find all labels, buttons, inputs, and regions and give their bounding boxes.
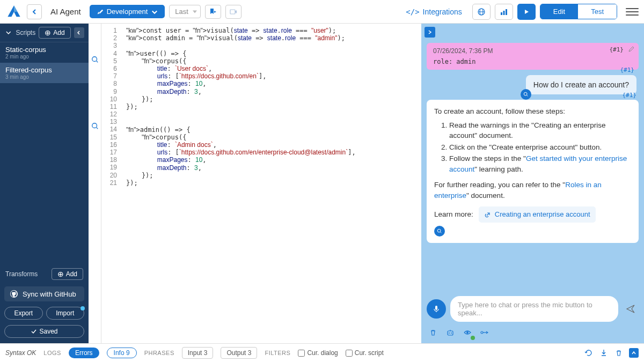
search-icon[interactable]: [91, 56, 99, 63]
expand-chat-button[interactable]: [425, 27, 435, 38]
svg-point-8: [92, 57, 97, 62]
svg-rect-6: [506, 9, 507, 15]
filters-label: FILTERS: [265, 350, 290, 356]
trash-icon[interactable]: [427, 326, 440, 339]
send-button[interactable]: [623, 301, 639, 317]
svg-line-11: [96, 128, 98, 129]
output-phrases[interactable]: Output 3: [221, 347, 257, 359]
link-icon: [484, 211, 492, 218]
svg-line-13: [526, 95, 528, 97]
collapse-sidebar-button[interactable]: [74, 27, 84, 38]
search-icon[interactable]: [434, 226, 445, 237]
cur-script-checkbox[interactable]: Cur. script: [346, 349, 384, 357]
chart-icon[interactable]: [495, 4, 513, 20]
play-button[interactable]: [517, 4, 536, 20]
add-script-button[interactable]: ⊕Add: [39, 27, 70, 39]
export-button[interactable]: Export: [4, 307, 43, 320]
status-card: 07/26/2024, 7:36 PM {#1} role: admin: [427, 43, 639, 70]
svg-point-10: [92, 123, 97, 128]
search-icon[interactable]: [91, 122, 99, 130]
chat-input[interactable]: Type here to chat or press the mic butto…: [450, 296, 618, 322]
refresh-icon[interactable]: [584, 348, 594, 358]
cur-dialog-checkbox[interactable]: Cur. dialog: [298, 349, 338, 357]
transforms-label: Transforms: [5, 270, 38, 278]
edit-tab[interactable]: Edit: [540, 4, 578, 19]
svg-point-14: [437, 230, 441, 233]
test-tab[interactable]: Test: [578, 4, 617, 19]
svg-point-21: [466, 331, 469, 334]
download-icon[interactable]: [599, 348, 609, 358]
notification-dot: [80, 306, 85, 311]
agent-message: {#1} To create an account, follow these …: [427, 100, 639, 243]
errors-button[interactable]: Errors: [69, 348, 99, 358]
integrations-button[interactable]: </> Integrations: [400, 4, 467, 20]
logs-label: LOGS: [43, 350, 61, 356]
agent-name: AI Agent: [46, 7, 85, 16]
mic-button[interactable]: [427, 299, 446, 319]
scroll-up-button[interactable]: [629, 348, 639, 358]
edit-icon[interactable]: [628, 46, 634, 53]
svg-point-22: [481, 331, 483, 334]
svg-line-15: [441, 232, 442, 233]
development-dropdown[interactable]: Development: [90, 5, 165, 18]
saved-status: Saved: [4, 325, 84, 338]
svg-line-9: [96, 61, 98, 63]
svg-rect-4: [501, 12, 502, 15]
learn-more-link[interactable]: Creating an enterprise account: [479, 206, 596, 223]
script-item[interactable]: Static-corpus 2 min ago: [0, 42, 89, 63]
video-icon[interactable]: [225, 5, 241, 19]
svg-rect-17: [448, 331, 453, 335]
phrases-label: PHRASES: [144, 350, 174, 356]
robot-icon[interactable]: [444, 326, 457, 339]
menu-button[interactable]: [626, 8, 639, 16]
app-logo: [5, 3, 23, 20]
svg-rect-16: [435, 306, 437, 310]
scripts-label: Scripts: [16, 29, 36, 36]
eye-icon[interactable]: [461, 326, 474, 339]
back-button[interactable]: [27, 4, 42, 19]
trash-icon[interactable]: [614, 348, 624, 358]
sync-github-button[interactable]: Sync with GitHub: [4, 286, 84, 301]
user-message: {#1} How do I create an account?: [526, 75, 636, 94]
script-item[interactable]: Filtered-corpus 3 min ago: [0, 63, 89, 83]
github-icon: [10, 290, 18, 298]
import-button[interactable]: Import: [46, 307, 85, 320]
last-select[interactable]: Last: [169, 5, 201, 18]
info-button[interactable]: Info 9: [107, 348, 137, 358]
chevron-down-icon[interactable]: [4, 28, 13, 37]
svg-rect-0: [230, 10, 235, 14]
syntax-status: Syntax OK: [5, 349, 36, 357]
code-editor[interactable]: 123456789101112131415161718192021 "kw">c…: [101, 24, 421, 343]
svg-rect-5: [503, 11, 504, 15]
arrow-icon[interactable]: [478, 326, 491, 339]
input-phrases[interactable]: Input 3: [182, 347, 214, 359]
search-icon[interactable]: [521, 89, 531, 100]
svg-point-12: [524, 92, 527, 95]
globe-icon[interactable]: [472, 4, 491, 20]
svg-point-18: [449, 333, 450, 334]
svg-point-19: [451, 333, 452, 334]
add-transform-button[interactable]: ⊕Add: [52, 268, 83, 280]
bookmark-run-icon[interactable]: [205, 5, 221, 19]
